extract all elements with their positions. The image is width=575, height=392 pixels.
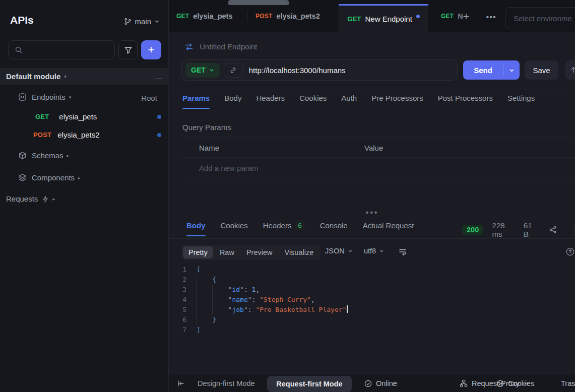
- module-more-button[interactable]: ...: [155, 72, 163, 81]
- plus-icon: +: [463, 10, 470, 23]
- method-badge: GET: [176, 13, 189, 20]
- design-first-mode-button[interactable]: Design-first Mode: [198, 374, 255, 392]
- sidebar-item-requests[interactable]: Requests ▸: [6, 194, 55, 203]
- tab-label: elysia_pets: [193, 12, 232, 20]
- caret-right-icon: ▸: [67, 153, 70, 158]
- format-dropdown[interactable]: JSON: [325, 247, 353, 255]
- root-label: Root: [141, 94, 157, 102]
- view-mode-segment: Pretty Raw Preview Visualize: [181, 245, 321, 260]
- url-bar[interactable]: GET http://localhost:3000/humans: [181, 59, 458, 81]
- collapse-sidebar-button[interactable]: [177, 374, 185, 392]
- tab-elysia-pets2[interactable]: POST elysia_pets2: [255, 0, 320, 32]
- method-badge: POST: [33, 131, 51, 139]
- code-token: :: [244, 286, 252, 293]
- tab-auth[interactable]: Auth: [341, 94, 357, 109]
- environment-select[interactable]: Select environme: [505, 7, 575, 29]
- tab-actual-request[interactable]: Actual Request: [363, 221, 414, 236]
- request-first-mode-button[interactable]: Request-first Mode: [267, 376, 352, 392]
- share-icon[interactable]: [549, 226, 557, 234]
- sidebar-item-components[interactable]: Components ▸: [18, 173, 81, 182]
- mode-pretty[interactable]: Pretty: [183, 246, 213, 258]
- column-header-name: Name: [199, 144, 219, 152]
- filter-button[interactable]: [118, 40, 138, 59]
- response-meta: 200 · 228 ms · 61 B: [462, 221, 575, 238]
- tab-new-endpoint-active[interactable]: GET New Endpoint: [339, 4, 428, 32]
- online-status[interactable]: Online: [364, 374, 397, 392]
- link-icon: [229, 67, 237, 74]
- tab-pre-processors[interactable]: Pre Processors: [371, 94, 423, 109]
- tab-settings[interactable]: Settings: [507, 94, 535, 109]
- line-number: 2: [169, 275, 197, 285]
- collapse-left-icon: [177, 379, 185, 387]
- response-body-code[interactable]: 1[2{3"id": 1,4"name": "Steph Curry",5"jo…: [169, 265, 575, 335]
- indent-guide: [212, 295, 228, 305]
- search-input[interactable]: [8, 40, 115, 59]
- caret-down-icon: ▾: [64, 74, 67, 79]
- add-param-input[interactable]: Add a new param: [199, 164, 259, 172]
- indent-guide: [197, 305, 212, 315]
- link-button[interactable]: [224, 63, 243, 78]
- response-size: 61 B: [524, 221, 538, 238]
- add-button[interactable]: +: [141, 40, 161, 59]
- panel-splitter-handle[interactable]: ●●●: [169, 209, 575, 215]
- caret-right-icon: ▸: [52, 197, 55, 202]
- tab-label: Headers: [263, 221, 292, 230]
- code-token: ]: [197, 326, 201, 334]
- sidebar-endpoint-post[interactable]: POST elysia_pets2: [0, 128, 169, 142]
- tab-response-body[interactable]: Body: [186, 221, 206, 236]
- ellipsis-icon: •••: [486, 13, 496, 21]
- format-value: JSON: [325, 247, 345, 255]
- sidebar-endpoint-get[interactable]: GET elysia_pets: [0, 110, 169, 123]
- table-divider: [182, 179, 575, 179]
- tab-overflow-button[interactable]: •••: [485, 10, 498, 23]
- method-badge: POST: [255, 13, 272, 20]
- code-token: }: [212, 316, 216, 323]
- new-tab-button[interactable]: +: [460, 10, 473, 23]
- chevron-down-icon: [209, 68, 214, 73]
- code-token: "Pro Basketball Player": [255, 306, 346, 313]
- code-line: 1[: [169, 265, 575, 275]
- code-token: ": [248, 296, 252, 303]
- method-badge: GET: [347, 15, 361, 23]
- send-button[interactable]: Send: [463, 60, 520, 80]
- tab-response-cookies[interactable]: Cookies: [221, 221, 248, 236]
- encoding-dropdown[interactable]: utf8: [364, 247, 384, 255]
- tab-elysia-pets[interactable]: GET elysia_pets: [176, 0, 232, 32]
- word-wrap-icon[interactable]: [398, 247, 407, 256]
- line-number: 6: [169, 315, 197, 325]
- schemas-label: Schemas: [32, 151, 63, 160]
- tab-response-console[interactable]: Console: [320, 221, 348, 236]
- endpoint-title-row[interactable]: Untitled Endpoint: [184, 42, 257, 51]
- mode-raw[interactable]: Raw: [214, 246, 240, 258]
- send-options-button[interactable]: [503, 68, 520, 73]
- sidebar-item-endpoints[interactable]: Endpoints ▾: [18, 93, 71, 101]
- response-tabs: Body Cookies Headers 6 Console Actual Re…: [186, 221, 414, 236]
- tab-response-headers[interactable]: Headers 6: [263, 221, 305, 236]
- method-dropdown[interactable]: GET: [185, 63, 220, 78]
- cookies-button[interactable]: Cookies: [496, 374, 534, 392]
- tab-cookies[interactable]: Cookies: [299, 94, 327, 109]
- code-line: 6}: [169, 315, 575, 325]
- tab-headers[interactable]: Headers: [256, 94, 285, 109]
- branch-selector[interactable]: main: [124, 17, 160, 26]
- search-icon: [15, 46, 23, 54]
- module-selector[interactable]: Default module ▾ ...: [0, 68, 169, 85]
- trash-button[interactable]: Tras: [557, 374, 575, 392]
- mode-preview[interactable]: Preview: [241, 246, 278, 258]
- sidebar-title: APIs: [10, 14, 34, 26]
- line-number: 7: [169, 325, 197, 335]
- tab-params[interactable]: Params: [182, 94, 210, 109]
- plus-icon: +: [148, 43, 155, 56]
- scroll-top-icon[interactable]: [565, 247, 575, 256]
- sidebar-item-schemas[interactable]: Schemas ▸: [18, 151, 69, 160]
- encoding-value: utf8: [364, 247, 376, 255]
- url-input[interactable]: http://localhost:3000/humans: [249, 66, 346, 75]
- column-header-value: Value: [364, 144, 383, 152]
- tab-body[interactable]: Body: [224, 94, 241, 109]
- save-button[interactable]: Save: [525, 60, 558, 80]
- tab-post-processors[interactable]: Post Processors: [438, 94, 493, 109]
- main-panel: Untitled Endpoint GET http://localhost:3…: [169, 32, 575, 374]
- http-icon: [184, 43, 194, 51]
- extra-button-partial[interactable]: [565, 60, 575, 80]
- mode-visualize[interactable]: Visualize: [279, 246, 319, 258]
